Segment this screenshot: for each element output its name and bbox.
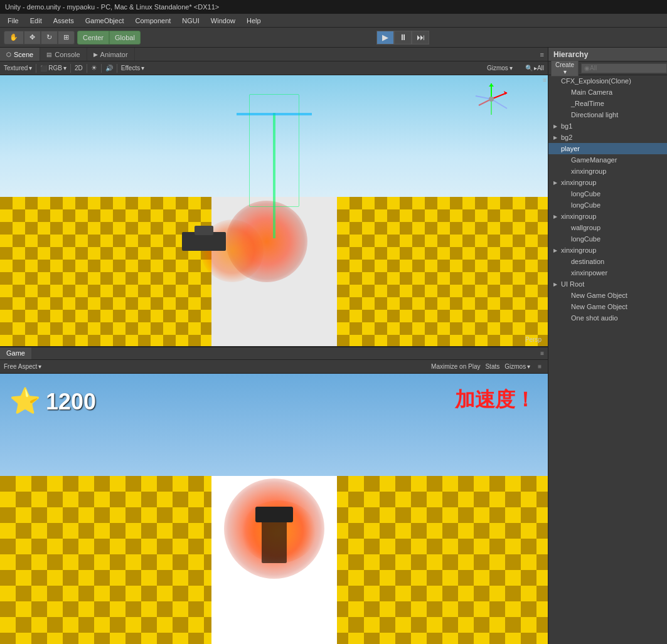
stats-button[interactable]: Stats — [485, 363, 499, 370]
menu-file[interactable]: File — [3, 16, 24, 26]
hier-name-xinxingroup2: xinxingroup — [561, 179, 664, 186]
hier-item-xinxinpower[interactable]: xinxinpower — [548, 267, 667, 278]
tab-console[interactable]: ▤ Console — [40, 48, 87, 61]
hier-item-wallgroup[interactable]: wallgroup — [548, 222, 667, 233]
game-yellow-right — [301, 476, 548, 644]
scene-viewport[interactable]: Persp ≡ — [0, 75, 548, 346]
hier-name-cfx: CFX_Explosion(Clone) — [561, 77, 664, 85]
step-button[interactable]: ⏭ — [412, 31, 429, 45]
game-tab-menu[interactable]: ≡ — [536, 350, 548, 357]
hier-name-destination: destination — [571, 258, 664, 265]
tab-animator[interactable]: ▶ Animator — [87, 48, 135, 61]
hierarchy-title: Hierarchy — [553, 50, 588, 59]
menu-edit[interactable]: Edit — [25, 16, 47, 26]
hier-arrow-uiroot[interactable]: ▶ — [553, 282, 561, 287]
hier-item-xinxingroup1[interactable]: xinxingroup — [548, 166, 667, 177]
game-score-display: ⭐ 1200 — [9, 386, 96, 418]
menu-ngui[interactable]: NGUI — [177, 16, 205, 26]
global-button[interactable]: Global — [109, 31, 141, 45]
hier-name-bg1: bg1 — [561, 122, 664, 130]
hier-arrow-bg2[interactable]: ▶ — [553, 135, 561, 140]
hier-item-directional-light[interactable]: Directional light — [548, 109, 667, 120]
hier-item-oneshotaudio[interactable]: One shot audio — [548, 312, 667, 324]
hier-name-longcube2: longCube — [571, 201, 664, 209]
audio-toggle[interactable]: 🔊 — [105, 65, 113, 71]
hier-item-longcube1[interactable]: longCube — [548, 188, 667, 199]
hand-tool[interactable]: ✋ — [4, 31, 24, 45]
vehicle-turret — [195, 226, 213, 235]
svg-line-0 — [491, 93, 507, 99]
menu-component[interactable]: Component — [130, 16, 176, 26]
pause-button[interactable]: ⏸ — [394, 31, 412, 45]
main-toolbar: ✋ ✥ ↻ ⊞ Center Global ▶ ⏸ ⏭ — [0, 28, 667, 48]
menu-assets[interactable]: Assets — [48, 16, 79, 26]
hierarchy-panel: Hierarchy Create ▾ CFX_Explosion(Clone)M… — [548, 48, 667, 644]
hier-item-player[interactable]: player — [548, 143, 667, 154]
hier-name-oneshotaudio: One shot audio — [571, 314, 664, 322]
hier-arrow-xinxingroup4[interactable]: ▶ — [553, 248, 561, 253]
game-gizmos-dropdown[interactable]: Gizmos ▾ — [504, 363, 530, 370]
main-layout: ⬡ Scene ▤ Console ▶ Animator ≡ Textured … — [0, 48, 667, 644]
maximize-on-play[interactable]: Maximize on Play — [431, 363, 480, 370]
hier-item-destination[interactable]: destination — [548, 256, 667, 267]
hierarchy-toolbar: Create ▾ — [548, 61, 667, 75]
hier-item-xinxingroup2[interactable]: ▶xinxingroup — [548, 177, 667, 188]
hier-name-xinxingroup4: xinxingroup — [561, 246, 664, 254]
all-filter[interactable]: 🔍 ▸All — [525, 65, 544, 71]
effects-dropdown[interactable]: Effects ▾ — [121, 65, 144, 71]
hier-item-xinxingroup4[interactable]: ▶xinxingroup — [548, 245, 667, 256]
menu-help[interactable]: Help — [242, 16, 266, 26]
hier-item-bg2[interactable]: ▶bg2 — [548, 132, 667, 143]
menu-gameobject[interactable]: GameObject — [80, 16, 129, 26]
title-text: Unity - demo.unity - mypaoku - PC, Mac &… — [5, 3, 219, 11]
hier-item-cfx[interactable]: CFX_Explosion(Clone) — [548, 75, 667, 87]
hier-item-uiroot[interactable]: ▶UI Root — [548, 278, 667, 290]
scale-tool[interactable]: ⊞ — [58, 31, 75, 45]
hier-name-bg2: bg2 — [561, 134, 664, 141]
hier-arrow-bg1[interactable]: ▶ — [553, 124, 561, 129]
rgb-dropdown[interactable]: ⬛ RGB ▾ — [40, 65, 67, 71]
menu-window[interactable]: Window — [206, 16, 240, 26]
game-settings-button[interactable]: ≡ — [535, 363, 544, 370]
play-button[interactable]: ▶ — [376, 31, 394, 45]
hier-item-main-camera[interactable]: Main Camera — [548, 87, 667, 98]
menu-bar: File Edit Assets GameObject Component NG… — [0, 14, 667, 28]
scene-toolbar: Textured ▾ ⬛ RGB ▾ 2D ☀ 🔊 Effe — [0, 61, 548, 75]
hier-item-bg1[interactable]: ▶bg1 — [548, 120, 667, 132]
game-toolbar: Free Aspect ▾ Maximize on Play Stats Giz… — [0, 360, 548, 374]
gizmos-dropdown[interactable]: Gizmos ▾ — [487, 65, 513, 71]
game-yellow-left — [0, 476, 247, 644]
hier-name-gamemanager: GameManager — [571, 156, 664, 164]
free-aspect-dropdown[interactable]: Free Aspect ▾ — [4, 363, 41, 370]
hier-item-xinxingroup3[interactable]: ▶xinxingroup — [548, 211, 667, 222]
rotate-tool[interactable]: ↻ — [41, 31, 58, 45]
hierarchy-search[interactable] — [581, 63, 667, 73]
hierarchy-create-button[interactable]: Create ▾ — [551, 60, 579, 77]
move-tool[interactable]: ✥ — [24, 31, 41, 45]
hier-item-realtime[interactable]: _RealTime — [548, 98, 667, 109]
play-controls: ▶ ⏸ ⏭ — [376, 31, 429, 45]
center-button[interactable]: Center — [77, 31, 109, 45]
hier-item-longcube2[interactable]: longCube — [548, 199, 667, 211]
hier-item-gamemanager[interactable]: GameManager — [548, 154, 667, 166]
transform-tools: ✋ ✥ ↻ ⊞ — [4, 31, 75, 45]
scene-tab-menu[interactable]: ≡ — [536, 51, 548, 58]
light-toggle[interactable]: ☀ — [91, 64, 97, 72]
hier-name-directional-light: Directional light — [571, 111, 664, 119]
scene-tabs: ⬡ Scene ▤ Console ▶ Animator ≡ — [0, 48, 548, 61]
hier-item-longcube3[interactable]: longCube — [548, 233, 667, 245]
hier-item-newgameobj1[interactable]: New Game Object — [548, 290, 667, 301]
hier-name-xinxinpower: xinxinpower — [571, 269, 664, 277]
star-icon: ⭐ — [9, 386, 41, 418]
pivot-tools: Center Global — [77, 31, 141, 45]
game-viewport[interactable]: ⭐ 1200 加速度！ — [0, 374, 548, 645]
hier-arrow-xinxingroup2[interactable]: ▶ — [553, 180, 561, 186]
hier-item-newgameobj2[interactable]: New Game Object — [548, 301, 667, 312]
2d-toggle[interactable]: 2D — [75, 65, 83, 71]
textured-dropdown[interactable]: Textured ▾ — [4, 65, 32, 71]
tab-game[interactable]: Game — [0, 347, 31, 359]
hier-arrow-xinxingroup3[interactable]: ▶ — [553, 214, 561, 219]
hier-name-longcube3: longCube — [571, 235, 664, 243]
tab-scene[interactable]: ⬡ Scene — [0, 48, 40, 61]
scene-settings-button[interactable]: ≡ — [543, 77, 547, 83]
